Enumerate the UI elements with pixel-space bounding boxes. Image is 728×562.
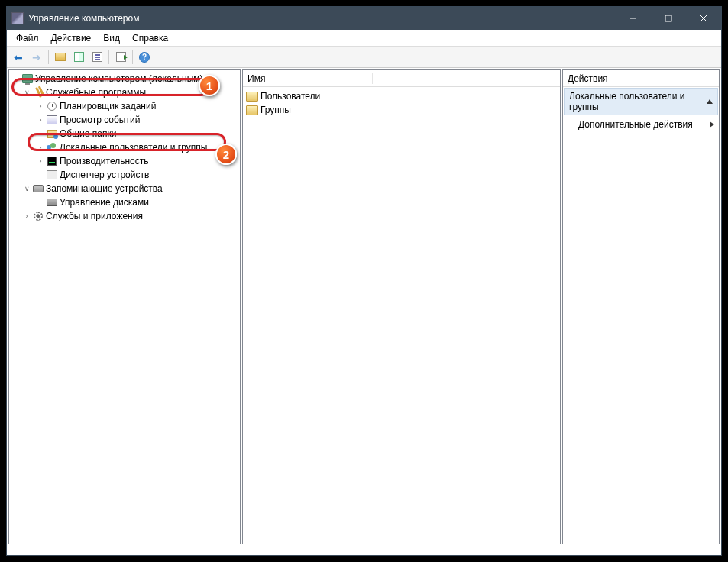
actions-more[interactable]: Дополнительные действия (563, 116, 719, 133)
list-item[interactable]: Группы (246, 103, 557, 117)
tree-label: Диспетчер устройств (60, 170, 149, 180)
actions-pane: Действия Локальные пользователи и группы… (562, 69, 720, 544)
app-icon (11, 12, 24, 24)
expand-icon[interactable]: ∨ (21, 183, 32, 194)
window: Управление компьютером Файл Действие Вид… (6, 6, 722, 556)
separator-icon (132, 50, 133, 64)
tree-label: Просмотр событий (60, 115, 140, 125)
menubar: Файл Действие Вид Справка (7, 30, 721, 47)
export-button[interactable] (112, 49, 129, 66)
column-name[interactable]: Имя (243, 73, 373, 84)
tree-label: Управление дисками (60, 197, 149, 208)
menu-view[interactable]: Вид (97, 31, 126, 45)
menu-help[interactable]: Справка (126, 31, 174, 45)
actions-header: Действия (563, 70, 719, 87)
expand-icon[interactable]: › (35, 115, 46, 125)
menu-action[interactable]: Действие (45, 31, 98, 45)
annotation-callout: 2 (215, 144, 237, 165)
actions-group-label: Локальные пользователи и группы (569, 91, 707, 112)
spacer-icon (11, 73, 21, 84)
disk-icon (46, 196, 58, 208)
computer-icon (21, 73, 34, 85)
list-header: Имя (243, 70, 560, 87)
list-body: Пользователи Группы (243, 87, 560, 119)
tree-shared-folders[interactable]: › Общие папки (9, 127, 240, 140)
forward-button[interactable]: ➔ (28, 49, 45, 66)
help-button[interactable]: ? (136, 49, 153, 66)
tree-label: Службы и приложения (46, 211, 143, 221)
svg-rect-1 (665, 15, 671, 21)
tree-label: Управление компьютером (локальным) (35, 73, 203, 84)
event-viewer-icon (46, 114, 58, 126)
window-buttons (616, 7, 721, 30)
statusbar (7, 546, 721, 555)
expand-icon[interactable]: › (35, 101, 46, 111)
tree-services[interactable]: › Службы и приложения (9, 209, 240, 223)
expand-icon[interactable]: › (35, 156, 46, 166)
storage-icon (32, 182, 44, 195)
expand-icon[interactable]: › (21, 211, 32, 221)
list-item[interactable]: Пользователи (246, 89, 557, 103)
tree: Управление компьютером (локальным) ∨ Слу… (9, 70, 240, 224)
users-icon (46, 141, 58, 153)
tree-label: Планировщик заданий (60, 101, 156, 111)
tree-pane: Управление компьютером (локальным) ∨ Слу… (8, 69, 241, 544)
folder-icon (246, 105, 258, 115)
tree-local-users[interactable]: › Локальные пользователи и группы (9, 140, 240, 154)
actions-title: Действия (568, 73, 608, 84)
back-button[interactable]: ⬅ (10, 49, 27, 66)
actions-group-header[interactable]: Локальные пользователи и группы (564, 88, 718, 115)
tree-scheduler[interactable]: › Планировщик заданий (9, 99, 240, 113)
tree-label: Общие папки (60, 128, 116, 139)
tree-label: Локальные пользователи и группы (60, 142, 207, 153)
tree-events[interactable]: › Просмотр событий (9, 113, 240, 127)
close-button[interactable] (686, 7, 721, 30)
tree-label: Запоминающие устройства (46, 183, 163, 194)
export-icon (116, 52, 126, 62)
properties-icon (92, 52, 102, 62)
tree-storage[interactable]: ∨ Запоминающие устройства (9, 182, 240, 195)
shared-folder-icon (46, 128, 58, 140)
spacer-icon (35, 170, 46, 180)
collapse-icon (707, 99, 713, 104)
show-hide-button[interactable] (70, 49, 87, 66)
arrow-left-icon: ⬅ (14, 51, 23, 63)
window-title: Управление компьютером (28, 13, 616, 24)
up-button[interactable] (52, 49, 69, 66)
list-item-label: Пользователи (260, 91, 320, 102)
tree-disk-management[interactable]: Управление дисками (9, 195, 240, 209)
panel-icon (74, 52, 84, 62)
menu-file[interactable]: Файл (10, 31, 45, 45)
performance-icon (46, 155, 58, 167)
folder-up-icon (55, 53, 66, 61)
tools-icon (32, 86, 44, 99)
tree-device-manager[interactable]: Диспетчер устройств (9, 168, 240, 182)
content-area: Управление компьютером (локальным) ∨ Слу… (7, 68, 721, 546)
expand-icon[interactable]: › (35, 128, 46, 139)
titlebar: Управление компьютером (7, 7, 721, 30)
device-manager-icon (46, 169, 58, 181)
actions-more-label: Дополнительные действия (578, 119, 693, 130)
list-item-label: Группы (260, 105, 291, 115)
spacer-icon (35, 197, 46, 208)
help-icon: ? (139, 52, 150, 63)
minimize-button[interactable] (616, 7, 651, 30)
submenu-icon (710, 121, 714, 128)
tree-label: Производительность (60, 156, 148, 166)
clock-icon (46, 100, 58, 112)
annotation-callout: 1 (199, 75, 220, 96)
list-pane: Имя Пользователи Группы (242, 69, 561, 544)
expand-icon[interactable]: › (35, 142, 46, 153)
services-icon (32, 210, 44, 222)
toolbar: ⬅ ➔ ? (7, 47, 721, 68)
expand-icon[interactable]: ∨ (21, 87, 32, 98)
properties-button[interactable] (89, 49, 105, 66)
tree-label: Служебные программы (46, 87, 146, 98)
folder-icon (246, 92, 258, 102)
tree-performance[interactable]: › Производительность (9, 154, 240, 168)
maximize-button[interactable] (651, 7, 686, 30)
separator-icon (48, 50, 49, 64)
arrow-right-icon: ➔ (32, 51, 41, 63)
separator-icon (108, 50, 109, 64)
